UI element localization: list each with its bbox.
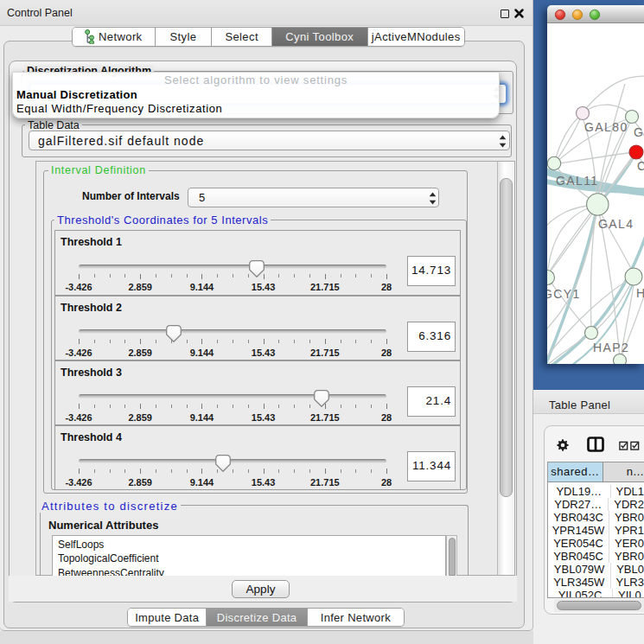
svg-text:GA: GA — [634, 125, 644, 139]
svg-text:C: C — [637, 159, 644, 173]
svg-text:HAP2: HAP2 — [593, 341, 629, 354]
svg-text:GCY1: GCY1 — [547, 287, 581, 301]
svg-text:GAL4: GAL4 — [598, 217, 634, 231]
svg-text:GAL11: GAL11 — [556, 174, 599, 188]
svg-text:GAL80: GAL80 — [584, 120, 628, 134]
svg-text:H: H — [636, 286, 644, 300]
